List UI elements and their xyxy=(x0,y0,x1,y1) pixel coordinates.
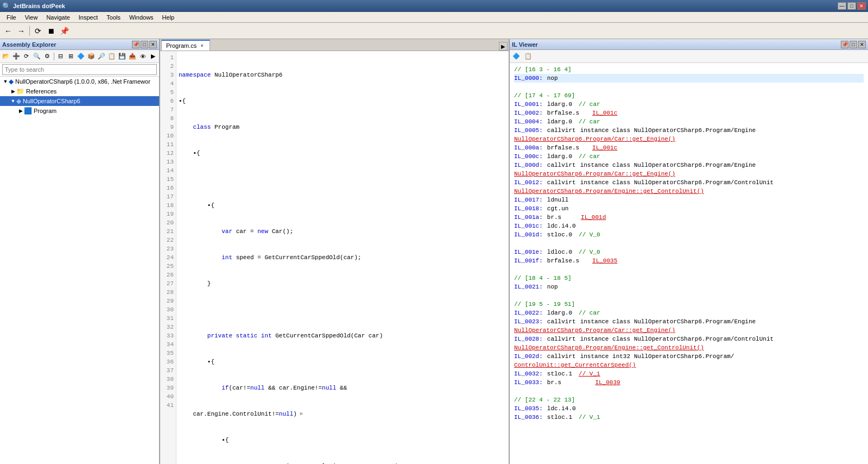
il-panel-controls[interactable]: 📌 □ ✕ xyxy=(841,41,866,48)
il-panel-close[interactable]: ✕ xyxy=(858,41,866,48)
assembly-panel-title: Assembly Explorer xyxy=(2,41,56,48)
line-num-19: 19 xyxy=(160,210,176,218)
close-button[interactable]: ✕ xyxy=(857,2,866,10)
tab-scroll-right[interactable]: ▶ xyxy=(499,42,508,51)
line-num-12: 12 xyxy=(160,149,176,158)
line-num-31: 31 xyxy=(160,314,176,323)
minimize-button[interactable]: — xyxy=(838,2,846,10)
asm-export-btn[interactable]: 📤 xyxy=(128,52,137,61)
asm-collapse-btn[interactable]: ⊟ xyxy=(56,52,66,61)
il-line-il0000: IL_0000:nop xyxy=(514,74,864,83)
il-line-il0018: IL_0018:cgt.un xyxy=(514,204,864,213)
asm-class-btn[interactable]: 🔷 xyxy=(76,52,86,61)
tab-program-cs[interactable]: Program.cs × xyxy=(161,40,210,51)
tree-label-program: Program xyxy=(34,108,56,114)
assembly-panel-close[interactable]: ✕ xyxy=(149,41,157,48)
il-panel-float[interactable]: □ xyxy=(850,41,857,48)
tab-close-program-cs[interactable]: × xyxy=(199,42,205,49)
asm-refresh-btn[interactable]: ⟳ xyxy=(22,52,31,61)
asm-filter-btn[interactable]: 🔎 xyxy=(97,52,106,61)
asm-copy-btn[interactable]: 📋 xyxy=(107,52,117,61)
line-num-14: 14 xyxy=(160,166,176,175)
asm-save-btn[interactable]: 💾 xyxy=(117,52,127,61)
il-line-il0021: IL_0021:nop xyxy=(514,283,864,291)
il-line-il0022: IL_0022:ldarg.0// car xyxy=(514,309,864,317)
il-line-cont3: NullOperatorCSharp6.Program/Engine::get_… xyxy=(514,187,864,196)
il-panel-pin[interactable]: 📌 xyxy=(841,41,848,48)
line-num-35: 35 xyxy=(160,349,176,358)
code-line-4: ▪{ xyxy=(179,149,506,158)
il-line-il000a: IL_000a:brfalse.s IL_001c xyxy=(514,143,864,152)
menu-item-help[interactable]: Help xyxy=(158,13,179,22)
line-num-38: 38 xyxy=(160,375,176,384)
forward-button[interactable]: → xyxy=(15,25,27,37)
assembly-panel-controls[interactable]: 📌 □ ✕ xyxy=(132,41,157,48)
code-line-3: class Program xyxy=(179,123,506,131)
asm-view-btn[interactable]: 👁 xyxy=(138,52,148,61)
line-num-26: 26 xyxy=(160,271,176,279)
il-line-cont2: NullOperatorCSharp6.Program/Car::get_Eng… xyxy=(514,170,864,178)
asm-settings-btn[interactable]: ⚙ xyxy=(42,52,52,61)
line-num-10: 10 xyxy=(160,131,176,140)
tree-arrow-assembly: ▼ xyxy=(10,98,16,104)
stop-button[interactable]: ⏹ xyxy=(45,25,57,37)
il-line-il001c: IL_001c:ldc.i4.0 xyxy=(514,222,864,230)
tree-item-references[interactable]: ▶ 📁 References xyxy=(0,86,159,96)
il-line-cont4: NullOperatorCSharp6.Program/Car::get_Eng… xyxy=(514,326,864,335)
line-num-21: 21 xyxy=(160,227,176,236)
pin-button[interactable]: 📌 xyxy=(58,25,70,37)
assembly-tree: ▼ ◆ NullOperatorCSharp6 (1.0.0.0, x86, .… xyxy=(0,77,159,464)
code-panel: 1 2 3 4 5 6 7 8 9 10 11 12 13 14 15 16 1… xyxy=(160,51,509,464)
toolbar-separator xyxy=(29,26,30,36)
il-line-il000c: IL_000c:ldarg.0// car xyxy=(514,152,864,161)
assembly-panel-pin[interactable]: 📌 xyxy=(132,41,140,48)
code-line-14: ▪{ xyxy=(179,436,506,444)
tree-item-assembly-node[interactable]: ▼ ◆ NullOperatorCSharp6 xyxy=(0,96,159,106)
line-num-17: 17 xyxy=(160,192,176,201)
back-button[interactable]: ← xyxy=(2,25,14,37)
menu-item-tools[interactable]: Tools xyxy=(102,13,125,22)
toolbar: ← → ⟳ ⏹ 📌 xyxy=(0,23,868,39)
code-line-15: return car.Engine.ControlUnit.CurrentCar… xyxy=(179,462,506,464)
asm-toolbar-sep xyxy=(54,53,54,60)
asm-nav-btn[interactable]: 🔍 xyxy=(32,52,42,61)
assembly-search-input[interactable] xyxy=(2,64,157,75)
tree-label-assembly-node: NullOperatorCSharp6 xyxy=(23,98,80,104)
menu-item-file[interactable]: File xyxy=(2,13,21,22)
line-num-33: 33 xyxy=(160,331,176,340)
code-line-7: var car = new Car(); xyxy=(179,227,506,236)
il-line-comment4: // [19 5 - 19 51] xyxy=(514,300,864,309)
menu-item-inspect[interactable]: Inspect xyxy=(74,13,102,22)
il-line-il0035: IL_0035:ldc.i4.0 xyxy=(514,404,864,413)
code-content[interactable]: namespace NullOperatorCSharp6 ▪{ class P… xyxy=(176,51,509,464)
tree-item-program[interactable]: ▶ 🟦 Program xyxy=(0,106,159,116)
asm-open-btn[interactable]: 📂 xyxy=(1,52,11,61)
line-num-24: 24 xyxy=(160,253,176,262)
line-num-37: 37 xyxy=(160,366,176,375)
il-line-il0002: IL_0002:brfalse.s IL_001c xyxy=(514,109,864,117)
maximize-button[interactable]: □ xyxy=(847,2,856,10)
title-controls[interactable]: — □ ✕ xyxy=(838,2,866,10)
assembly-panel-float[interactable]: □ xyxy=(141,41,148,48)
il-line-il0012: IL_0012:callvirtinstance class NullOpera… xyxy=(514,178,864,187)
il-content[interactable]: // [16 3 - 16 4] IL_0000:nop // [17 4 - … xyxy=(510,63,868,464)
refresh-button[interactable]: ⟳ xyxy=(32,25,44,37)
il-toolbar-btn2[interactable]: 📋 xyxy=(523,52,534,61)
line-num-27: 27 xyxy=(160,279,176,288)
menu-item-windows[interactable]: Windows xyxy=(125,13,158,22)
line-num-5: 5 xyxy=(160,88,176,97)
tree-item-root[interactable]: ▼ ◆ NullOperatorCSharp6 (1.0.0.0, x86, .… xyxy=(0,77,159,86)
il-line-comment5: // [22 4 - 22 13] xyxy=(514,396,864,404)
code-line-10 xyxy=(179,305,506,314)
menu-bar: FileViewNavigateInspectToolsWindowsHelp xyxy=(0,12,868,23)
menu-item-navigate[interactable]: Navigate xyxy=(42,13,74,22)
il-line-comment1: // [16 3 - 16 4] xyxy=(514,65,864,74)
menu-item-view[interactable]: View xyxy=(21,13,42,22)
asm-more-btn[interactable]: ▶ xyxy=(148,52,158,61)
asm-add-btn[interactable]: ➕ xyxy=(11,52,21,61)
line-num-20: 20 xyxy=(160,218,176,227)
asm-expand-btn[interactable]: ⊞ xyxy=(66,52,76,61)
line-num-32: 32 xyxy=(160,323,176,331)
il-toolbar-btn1[interactable]: 🔷 xyxy=(511,52,522,61)
asm-ns-btn[interactable]: 📦 xyxy=(86,52,96,61)
